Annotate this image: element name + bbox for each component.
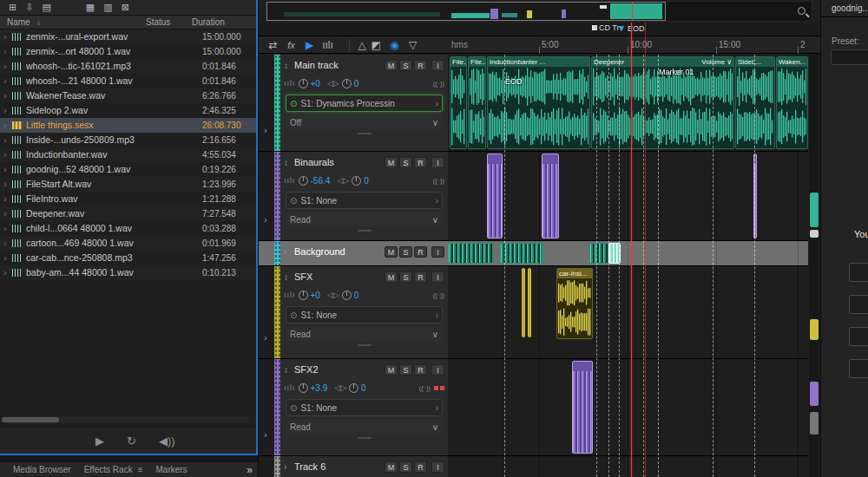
file-row[interactable]: ›zenmix-...ural-export.wav15:00.000 (0, 29, 256, 44)
track-solo-button[interactable]: S (399, 461, 412, 473)
pan-knob[interactable] (342, 79, 352, 88)
track-mute-button[interactable]: M (385, 157, 398, 168)
expand-caret[interactable]: › (0, 192, 10, 206)
audio-clip[interactable]: Waken... (776, 56, 808, 149)
track-input-monitor-button[interactable]: I (431, 246, 444, 258)
expand-caret[interactable]: › (0, 265, 10, 280)
effects-rack-icon[interactable]: fx (282, 40, 300, 50)
expand-caret[interactable]: › (0, 59, 10, 74)
track-expander[interactable]: › (264, 125, 267, 135)
track-record-arm-button[interactable]: R (414, 60, 427, 71)
ruler-unit-label[interactable]: hms (451, 40, 468, 49)
track-solo-button[interactable]: S (399, 60, 412, 71)
track-lane[interactable]: car-insi... (448, 266, 808, 358)
expand-caret[interactable]: › (0, 133, 10, 147)
track-record-arm-button[interactable]: R (414, 364, 427, 376)
file-row[interactable]: ›whoosh-...tic-161021.mp30:01.846 (0, 59, 256, 74)
file-row[interactable]: ›FileStart Alt.wav1:23.996 (0, 177, 256, 192)
track-color-strip[interactable] (274, 152, 280, 240)
delete-icon[interactable]: ⊠ (122, 2, 129, 13)
razor-tool-icon[interactable]: ▶ (300, 39, 319, 51)
expand-caret[interactable]: › (0, 103, 10, 118)
keyframe-icons[interactable]: ◁▷ (337, 176, 349, 185)
audio-clip[interactable] (542, 154, 559, 238)
sort-desc-icon[interactable]: ↓ (36, 17, 41, 27)
automation-mode-dropdown[interactable]: Off∨ (286, 115, 443, 129)
track-record-arm-button[interactable]: R (414, 271, 427, 283)
power-icon[interactable]: ⊙ (290, 196, 297, 206)
power-icon[interactable]: ⊙ (290, 403, 297, 413)
track-expander[interactable]: › (264, 332, 267, 343)
track-input-monitor-button[interactable]: I (431, 271, 444, 283)
pan-knob[interactable] (342, 291, 352, 300)
track-resize-handle[interactable] (358, 437, 372, 439)
parameter-field[interactable] (849, 295, 868, 314)
grid-view-icon[interactable]: ▥ (103, 2, 112, 13)
audio-clip[interactable]: File... (468, 56, 486, 149)
expand-caret[interactable]: › (0, 74, 10, 88)
expand-caret[interactable]: › (0, 44, 10, 59)
parameter-field[interactable] (849, 263, 868, 282)
filter-icon[interactable]: ▽ (404, 39, 422, 51)
audio-clip[interactable] (522, 268, 525, 337)
file-row[interactable]: ›zenmix-...ort 48000 1.wav15:00.000 (0, 44, 256, 59)
expand-caret[interactable]: › (0, 221, 10, 236)
expand-caret[interactable]: › (0, 162, 10, 177)
media-icon[interactable]: ▤ (42, 2, 50, 13)
keyframe-icons[interactable]: ◁▷ (327, 291, 339, 299)
track-name[interactable]: Background (294, 246, 383, 257)
audio-clip[interactable] (487, 154, 503, 238)
expand-caret[interactable]: › (0, 177, 10, 192)
track-type-icon[interactable]: ↕ (284, 365, 294, 375)
expand-caret[interactable]: › (0, 147, 10, 162)
import-file-icon[interactable]: ⇩ (25, 2, 33, 13)
file-row[interactable]: ›Sideloop 2.wav2:46.325 (0, 103, 256, 118)
volume-knob[interactable] (299, 291, 308, 300)
expand-caret[interactable]: › (0, 29, 10, 44)
metronome-icon[interactable]: △ (349, 39, 367, 51)
track-lane[interactable] (448, 241, 808, 265)
clip-envelope-selector[interactable]: Volume ∨ (701, 57, 732, 67)
preset-dropdown[interactable] (831, 49, 868, 65)
expand-caret[interactable]: › (0, 88, 10, 103)
audio-clip[interactable] (500, 243, 543, 264)
track-type-icon[interactable]: ↕ (284, 272, 294, 282)
automation-mode-dropdown[interactable]: Read∨ (286, 212, 443, 226)
track-color-strip[interactable] (274, 55, 280, 151)
track-name[interactable]: SFX (294, 271, 383, 282)
file-row[interactable]: ›goodnig...52 48000 1.wav0:19.226 (0, 162, 256, 177)
audio-clip[interactable]: Inductionbanter ... (487, 56, 590, 149)
scrollbar-thumb[interactable] (2, 417, 59, 422)
timeline-overview[interactable] (266, 1, 812, 22)
volume-knob[interactable] (299, 383, 308, 393)
essential-sound-tab[interactable]: goodnig... (832, 3, 868, 13)
track-name[interactable]: SFX2 (294, 364, 383, 375)
track-solo-button[interactable]: S (399, 157, 412, 168)
track-solo-button[interactable]: S (399, 246, 412, 258)
track-color-strip[interactable] (274, 266, 280, 358)
input-monitor-icon[interactable]: ((·)) (433, 80, 444, 88)
pan-knob[interactable] (349, 383, 358, 393)
tab-markers[interactable]: Markers (156, 465, 187, 474)
pan-knob[interactable] (352, 176, 361, 186)
track-record-arm-button[interactable]: R (414, 246, 427, 258)
list-view-icon[interactable]: ▦ (86, 2, 95, 13)
files-horizontal-scrollbar[interactable] (2, 416, 249, 423)
track-input-monitor-button[interactable]: I (431, 157, 444, 168)
column-duration[interactable]: Duration (192, 17, 225, 27)
tab-media-browser[interactable]: Media Browser (13, 465, 71, 474)
crossfade-icon[interactable]: ◩ (367, 39, 385, 51)
track-name[interactable]: Track 6 (294, 461, 383, 472)
expand-caret[interactable]: › (0, 206, 10, 221)
loop-icon[interactable]: ↻ (127, 435, 136, 448)
column-name[interactable]: Name (7, 17, 30, 27)
audio-clip[interactable] (572, 361, 593, 454)
marker-lane[interactable]: CD Tr▼EOD (259, 23, 821, 36)
audio-clip[interactable]: File... (450, 56, 467, 149)
zoom-navigator[interactable] (809, 55, 819, 477)
volume-knob[interactable] (299, 79, 308, 88)
track-name[interactable]: Binaurals (294, 157, 383, 167)
file-row[interactable]: ›child-l...0664 48000 1.wav0:03.288 (0, 221, 256, 236)
audio-clip[interactable]: car-insi... (556, 268, 593, 339)
track-mute-button[interactable]: M (385, 461, 398, 473)
